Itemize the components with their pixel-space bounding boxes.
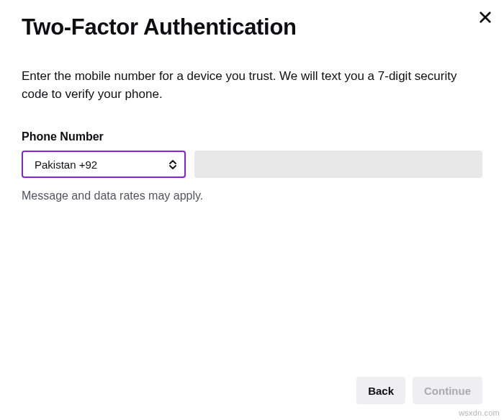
close-icon bbox=[479, 11, 492, 24]
phone-number-input[interactable] bbox=[194, 151, 482, 178]
modal-description: Enter the mobile number for a device you… bbox=[22, 68, 482, 103]
continue-button[interactable]: Continue bbox=[413, 377, 482, 404]
modal-title: Two-Factor Authentication bbox=[22, 14, 482, 40]
back-button[interactable]: Back bbox=[356, 377, 405, 404]
two-factor-modal: Two-Factor Authentication Enter the mobi… bbox=[0, 0, 504, 420]
phone-input-row: Pakistan +92 bbox=[22, 151, 482, 178]
watermark-text: wsxdn.com bbox=[459, 408, 500, 417]
phone-label: Phone Number bbox=[22, 130, 482, 143]
close-button[interactable] bbox=[477, 9, 494, 26]
country-select-wrap: Pakistan +92 bbox=[22, 151, 186, 178]
helper-text: Message and data rates may apply. bbox=[22, 189, 482, 202]
spacer bbox=[22, 202, 482, 377]
country-code-select[interactable]: Pakistan +92 bbox=[22, 151, 186, 178]
modal-footer: Back Continue bbox=[22, 377, 482, 406]
